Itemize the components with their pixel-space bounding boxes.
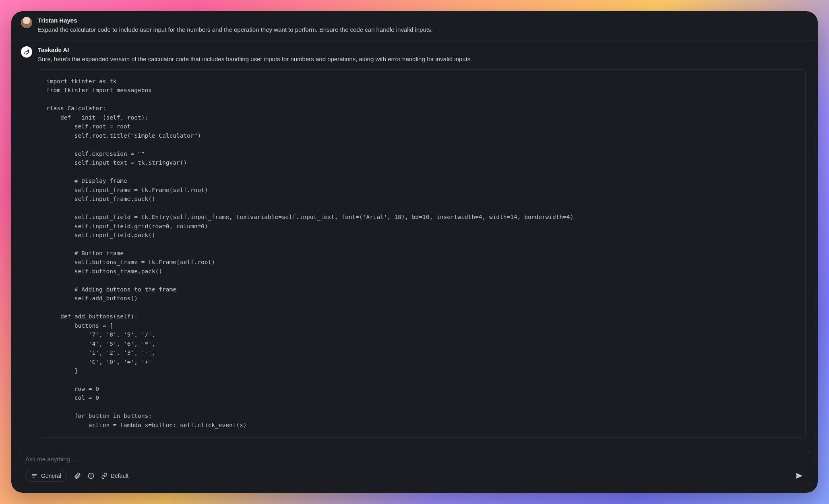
author-name: Tristan Hayes xyxy=(38,17,806,24)
attach-button[interactable] xyxy=(74,472,81,479)
message-body: Tristan Hayes Expand the calculator code… xyxy=(38,17,806,35)
prompt-input[interactable] xyxy=(25,456,804,463)
code-content: import tkinter as tk from tkinter import… xyxy=(46,77,797,430)
unicorn-icon xyxy=(23,49,30,55)
mode-selector[interactable]: General xyxy=(25,470,67,482)
paperclip-icon xyxy=(74,472,81,479)
author-name: Taskade AI xyxy=(38,46,806,53)
avatar-ai xyxy=(21,46,32,58)
avatar-user xyxy=(21,17,32,28)
composer-controls: General Default xyxy=(25,470,804,482)
chat-window: Tristan Hayes Expand the calculator code… xyxy=(11,11,818,493)
message-user: Tristan Hayes Expand the calculator code… xyxy=(11,11,818,41)
message-text: Sure, here's the expanded version of the… xyxy=(38,55,806,64)
code-block[interactable]: import tkinter as tk from tkinter import… xyxy=(38,69,806,438)
message-ai: Taskade AI Sure, here's the expanded ver… xyxy=(11,41,818,444)
lines-icon xyxy=(31,473,38,479)
link-icon xyxy=(101,473,108,479)
message-text: Expand the calculator code to include us… xyxy=(38,25,806,35)
svg-point-5 xyxy=(91,475,91,475)
info-icon xyxy=(87,472,95,479)
send-button[interactable] xyxy=(795,471,804,480)
model-selector[interactable]: Default xyxy=(101,473,128,479)
info-button[interactable] xyxy=(87,472,95,479)
message-body: Taskade AI Sure, here's the expanded ver… xyxy=(38,46,806,438)
composer: General Default xyxy=(18,450,811,486)
mode-label: General xyxy=(41,473,61,479)
model-label: Default xyxy=(111,473,128,479)
chat-scroll: Tristan Hayes Expand the calculator code… xyxy=(11,11,818,443)
send-icon xyxy=(795,471,804,480)
